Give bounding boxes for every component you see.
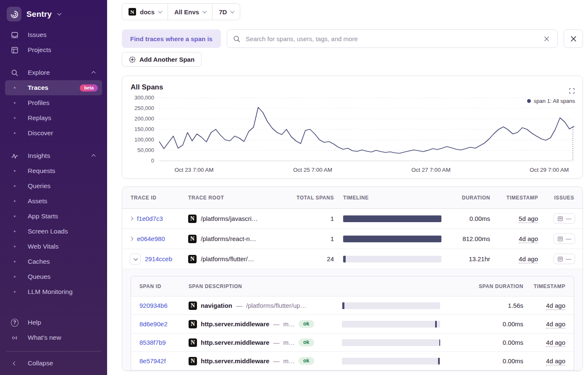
sidebar-item-help[interactable]: ? Help (5, 315, 102, 330)
sidebar-item-label: Screen Loads (28, 228, 68, 235)
separator: — (273, 339, 279, 346)
span-duration: 1.56s (444, 302, 523, 309)
y-tick: 200,000 (134, 116, 154, 121)
sidebar-collapse-button[interactable]: Collapse (5, 356, 102, 371)
sidebar-item-label: Profiles (28, 99, 50, 107)
trace-id-link[interactable]: f1e0d7c3 (137, 215, 163, 222)
sidebar-item-replays[interactable]: Replays (5, 110, 102, 126)
sidebar-item-label: Assets (28, 197, 47, 205)
span-search-box[interactable] (227, 29, 558, 48)
chevron-up-icon (92, 154, 96, 158)
sidebar-item-screen-loads[interactable]: Screen Loads (5, 224, 102, 239)
span-row[interactable]: 8d6e90e2 N http.server.middleware — m… o… (131, 315, 574, 333)
y-tick: 50,000 (137, 147, 154, 153)
trace-row[interactable]: e064e980 N /platforms/react-n… 1 812.00m… (122, 229, 583, 249)
sidebar-item-assets[interactable]: Assets (5, 194, 102, 209)
span-id-link[interactable]: 8d6e90e2 (139, 320, 168, 328)
timeline-bar (343, 215, 441, 222)
line-chart (159, 97, 574, 164)
span-row[interactable]: 8e57942f N http.server.middleware — m… o… (131, 352, 574, 370)
sidebar-item-discover[interactable]: Discover (5, 126, 102, 141)
sidebar-footer: ? Help What's new Collapse (5, 315, 102, 371)
span-row[interactable]: 920934b6 N navigation — /platforms/flutt… (131, 296, 574, 315)
all-spans-chart-card: All Spans span 1: All spans 300,000 250,… (122, 76, 583, 179)
chart-y-axis: 300,000 250,000 200,000 150,000 100,000 … (131, 97, 155, 164)
chart-body: 300,000 250,000 200,000 150,000 100,000 … (122, 92, 583, 178)
bullet-icon (14, 200, 16, 202)
timestamp[interactable]: 4d ago (546, 357, 565, 365)
column-header: TOTAL SPANS (294, 195, 340, 201)
sidebar-item-projects[interactable]: Projects (5, 42, 102, 58)
sidebar-section-insights[interactable]: Insights (5, 148, 102, 163)
timeline-track (343, 256, 441, 262)
span-table-header: SPAN ID SPAN DESCRIPTION SPAN DURATION T… (131, 276, 574, 296)
column-header: SPAN DESCRIPTION (189, 283, 339, 289)
sidebar-section-explore[interactable]: Explore (5, 65, 102, 80)
org-switcher[interactable]: Sentry (5, 5, 102, 27)
collapse-row-button[interactable] (130, 254, 141, 265)
timestamp[interactable]: 5d ago (519, 215, 538, 223)
project-filter[interactable]: N docs (122, 4, 168, 20)
span-search-input[interactable] (245, 35, 537, 43)
sidebar-item-llm-monitoring[interactable]: LLM Monitoring (5, 284, 102, 299)
timestamp[interactable]: 4d ago (519, 235, 538, 243)
sidebar-item-issues[interactable]: Issues (5, 27, 102, 42)
environment-filter[interactable]: All Envs (168, 4, 212, 20)
sidebar-item-traces[interactable]: Traces beta (5, 80, 102, 95)
column-header: TRACE ROOT (188, 195, 294, 201)
timestamp[interactable]: 4d ago (546, 320, 565, 328)
environment-filter-value: All Envs (174, 8, 199, 16)
trace-row[interactable]: f1e0d7c3 N /platforms/javascri… 1 0.00ms… (122, 209, 583, 229)
projects-icon (11, 46, 18, 54)
expand-chart-button[interactable] (568, 87, 576, 95)
timestamp[interactable]: 4d ago (546, 302, 565, 310)
trace-duration: 13.21hr (445, 255, 496, 262)
span-id-link[interactable]: 8e57942f (139, 357, 166, 365)
timeline-bar (343, 236, 441, 242)
expand-row-icon[interactable] (129, 237, 134, 241)
remove-span-row-button[interactable] (564, 29, 583, 48)
traces-table-card: TRACE ID TRACE ROOT TOTAL SPANS TIMELINE… (122, 186, 583, 371)
sidebar-section-label: Explore (28, 69, 50, 76)
span-description: m… (283, 320, 295, 328)
trace-id-link[interactable]: e064e980 (137, 235, 165, 242)
timestamp[interactable]: 4d ago (519, 255, 538, 263)
span-row[interactable]: 8538f7b9 N http.server.middleware — m… o… (131, 333, 574, 352)
sidebar-nav: Issues Projects Explore (5, 27, 102, 315)
timeline-bar (342, 302, 344, 309)
sidebar-item-profiles[interactable]: Profiles (5, 95, 102, 110)
chevron-down-icon (202, 9, 207, 13)
span-id-link[interactable]: 8538f7b9 (139, 339, 166, 346)
x-tick: Oct 29 7:00 AM (530, 167, 569, 173)
trace-row[interactable]: 2914cceb N /platforms/flutter/… 24 13.21… (122, 249, 583, 269)
sidebar-item-queries[interactable]: Queries (5, 178, 102, 194)
sidebar-item-whats-new[interactable]: What's new (5, 330, 102, 345)
beta-badge: beta (80, 84, 98, 92)
sidebar-item-app-starts[interactable]: App Starts (5, 209, 102, 224)
span-duration: 0.00ms (444, 320, 523, 328)
bullet-icon (14, 246, 16, 247)
issues-chip[interactable]: — (554, 213, 575, 224)
trace-id-link[interactable]: 2914cceb (145, 255, 172, 262)
issues-chip[interactable]: — (554, 254, 575, 264)
sidebar-item-label: Projects (28, 46, 51, 54)
issues-chip[interactable]: — (554, 233, 575, 244)
span-id-link[interactable]: 920934b6 (139, 302, 168, 309)
sidebar-item-queues[interactable]: Queues (5, 269, 102, 284)
sidebar-item-requests[interactable]: Requests (5, 163, 102, 178)
clear-search-button[interactable] (542, 34, 551, 44)
timestamp[interactable]: 4d ago (546, 339, 565, 347)
chevron-down-icon (158, 9, 162, 13)
y-tick: 300,000 (134, 95, 154, 100)
x-tick: Oct 25 7:00 AM (293, 167, 332, 173)
expand-row-icon[interactable] (129, 217, 134, 221)
sidebar-item-label: Queries (28, 182, 50, 190)
status-badge: ok (299, 357, 314, 365)
issues-icon (557, 256, 563, 262)
add-another-span-button[interactable]: Add Another Span (122, 52, 202, 67)
bullet-icon (14, 170, 16, 172)
sidebar-item-caches[interactable]: Caches (5, 254, 102, 269)
date-range-filter[interactable]: 7D (212, 4, 240, 20)
total-spans: 1 (294, 235, 340, 242)
sidebar-item-web-vitals[interactable]: Web Vitals (5, 239, 102, 254)
